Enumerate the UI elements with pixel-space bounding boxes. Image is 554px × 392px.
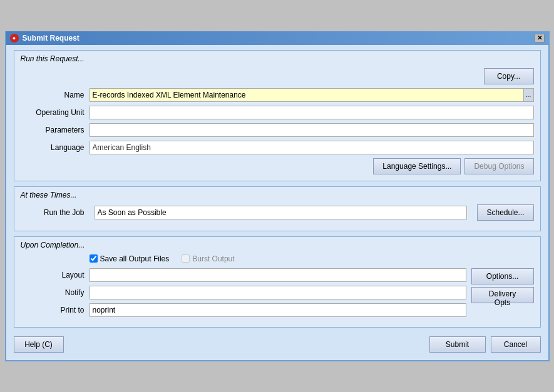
language-settings-button[interactable]: Language Settings... (373, 158, 461, 174)
title-bar-left: ● Submit Request (10, 34, 80, 43)
options-button[interactable]: Options... (471, 268, 534, 284)
operating-unit-label: Operating Unit (21, 108, 90, 117)
run-job-label: Run the Job (21, 208, 90, 217)
run-job-row: Run the Job Schedule... (21, 204, 534, 221)
burst-output-checkbox[interactable] (182, 254, 190, 263)
run-section-label: Run this Request... (21, 54, 534, 63)
help-button[interactable]: Help (C) (14, 336, 64, 353)
notify-input[interactable] (90, 286, 466, 299)
completion-right: Options... Delivery Opts (471, 268, 534, 321)
notify-row: Notify (21, 286, 466, 299)
copy-row: Copy... (21, 68, 534, 84)
operating-unit-row: Operating Unit (21, 106, 534, 119)
completion-fields: Layout Notify Print to Options.. (21, 268, 534, 321)
save-output-label: Save all Output Files (100, 254, 170, 263)
copy-button[interactable]: Copy... (484, 68, 534, 84)
save-output-checkbox[interactable] (90, 254, 98, 263)
layout-label: Layout (21, 271, 90, 279)
title-bar: ● Submit Request ✕ (6, 31, 548, 45)
print-to-row: Print to (21, 303, 466, 317)
language-debug-buttons: Language Settings... Debug Options (21, 158, 534, 174)
notify-label: Notify (21, 288, 90, 297)
run-job-input[interactable] (95, 206, 468, 219)
name-input[interactable] (90, 88, 524, 102)
name-label: Name (21, 91, 90, 99)
submit-button[interactable]: Submit (429, 336, 486, 353)
name-browse-button[interactable]: ... (524, 88, 534, 102)
dialog-body: Run this Request... Copy... Name ... Ope… (6, 45, 548, 360)
run-request-section: Run this Request... Copy... Name ... Ope… (14, 50, 541, 181)
cancel-button[interactable]: Cancel (491, 336, 541, 353)
language-row: Language (21, 141, 534, 154)
delivery-opts-button[interactable]: Delivery Opts (471, 287, 534, 303)
burst-output-label: Burst Output (192, 254, 234, 263)
name-row: Name ... (21, 88, 534, 102)
completion-section: Upon Completion... Save all Output Files… (14, 236, 541, 328)
at-times-label: At these Times... (21, 191, 534, 199)
submit-request-dialog: ● Submit Request ✕ Run this Request... C… (5, 31, 550, 361)
language-label: Language (21, 143, 90, 152)
completion-label: Upon Completion... (21, 241, 534, 249)
operating-unit-input[interactable] (90, 106, 534, 119)
print-to-label: Print to (21, 306, 90, 314)
dialog-icon: ● (10, 34, 19, 43)
close-button[interactable]: ✕ (535, 34, 545, 43)
completion-left: Layout Notify Print to (21, 268, 466, 321)
checkbox-row: Save all Output Files Burst Output (90, 254, 534, 263)
at-times-section: At these Times... Run the Job Schedule..… (14, 186, 541, 231)
parameters-input[interactable] (90, 123, 534, 137)
layout-row: Layout (21, 268, 466, 282)
print-to-input[interactable] (90, 303, 466, 317)
debug-options-button: Debug Options (464, 158, 533, 174)
parameters-label: Parameters (21, 126, 90, 134)
schedule-button[interactable]: Schedule... (477, 204, 533, 221)
parameters-row: Parameters (21, 123, 534, 137)
burst-output-item: Burst Output (182, 254, 234, 263)
dialog-title: Submit Request (23, 34, 80, 43)
language-input[interactable] (90, 141, 534, 154)
save-output-item: Save all Output Files (90, 254, 170, 263)
name-input-wrapper: ... (90, 88, 534, 102)
footer-right: Submit Cancel (429, 336, 541, 353)
layout-input[interactable] (90, 268, 466, 282)
footer: Help (C) Submit Cancel (14, 333, 541, 354)
